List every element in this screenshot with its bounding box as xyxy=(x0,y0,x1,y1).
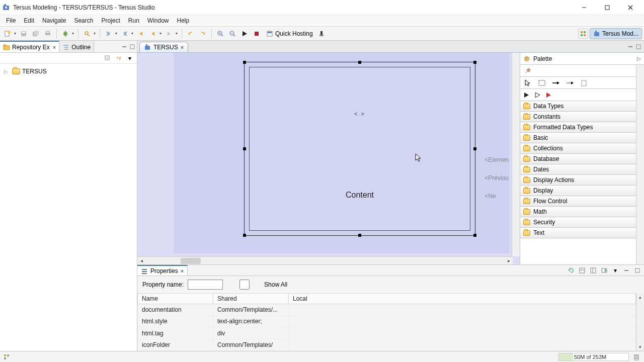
resize-handle[interactable] xyxy=(243,234,246,237)
properties-v-scrollbar[interactable]: ▴ ▾ xyxy=(636,293,644,351)
nav-forward-dropdown[interactable]: ▾ xyxy=(175,28,179,39)
maximize-view-icon[interactable] xyxy=(129,43,136,50)
zoom-in-button[interactable] xyxy=(215,28,226,39)
play-trigger-icon[interactable] xyxy=(523,92,529,98)
close-icon[interactable]: × xyxy=(181,268,184,274)
print-button[interactable] xyxy=(42,28,53,39)
show-all-checkbox[interactable]: Show All xyxy=(227,280,287,290)
scroll-left-icon[interactable]: ◂ xyxy=(137,257,145,265)
menu-window[interactable]: Window xyxy=(143,16,173,25)
nav-back-dropdown[interactable]: ▾ xyxy=(158,28,163,39)
nav-next-dropdown[interactable]: ▾ xyxy=(114,28,118,39)
scroll-right-icon[interactable]: ▸ xyxy=(505,257,513,265)
minimize-button[interactable] xyxy=(573,0,596,15)
resize-handle[interactable] xyxy=(473,147,476,150)
palette-cat-flow-control[interactable]: Flow Control xyxy=(520,196,636,207)
palette-cat-display-actions[interactable]: Display Actions xyxy=(520,174,636,186)
tab-properties[interactable]: Properties × xyxy=(137,265,188,276)
save-button[interactable] xyxy=(18,28,29,39)
menu-edit[interactable]: Edit xyxy=(20,16,38,25)
new-element-icon[interactable] xyxy=(580,78,589,87)
repository-tree[interactable]: ▷ TERSUS xyxy=(0,64,137,351)
nav-next-annotation[interactable] xyxy=(103,28,114,39)
new-button[interactable] xyxy=(2,28,13,39)
nav-prev-annotation[interactable] xyxy=(119,28,130,39)
editor-h-scrollbar[interactable]: ◂ ▸ xyxy=(137,256,513,264)
palette-cat-formatted-data-types[interactable]: Formatted Data Types xyxy=(520,122,636,133)
menu-search[interactable]: Search xyxy=(70,16,97,25)
palette-header[interactable]: Palette ▷ xyxy=(520,53,644,65)
scroll-track[interactable] xyxy=(145,257,505,265)
minimize-editor-icon[interactable] xyxy=(627,43,634,50)
select-tool-icon[interactable] xyxy=(523,78,532,87)
close-icon[interactable]: × xyxy=(53,44,56,50)
link-editor-icon[interactable] xyxy=(115,54,123,62)
scroll-thumb[interactable] xyxy=(181,258,201,264)
close-icon[interactable]: × xyxy=(181,44,184,50)
palette-cat-basic[interactable]: Basic xyxy=(520,132,636,143)
deploy-button[interactable] xyxy=(316,28,327,39)
tab-repository-explorer[interactable]: Repository Ex × xyxy=(0,41,59,52)
maximize-button[interactable] xyxy=(596,0,619,15)
debug-dropdown[interactable]: ▾ xyxy=(71,28,75,39)
palette-cat-database[interactable]: Database xyxy=(520,153,636,164)
zoom-out-button[interactable] xyxy=(227,28,238,39)
table-row[interactable]: html.styletext-align:center; xyxy=(138,316,636,327)
nav-last-edit[interactable] xyxy=(135,28,146,39)
nav-forward[interactable] xyxy=(164,28,175,39)
col-shared[interactable]: Shared xyxy=(213,294,289,304)
tab-outline[interactable]: Outline xyxy=(59,41,94,52)
menu-run[interactable]: Run xyxy=(124,16,143,25)
resize-handle[interactable] xyxy=(473,61,476,64)
minimize-view-icon[interactable] xyxy=(622,266,631,275)
palette-cat-collections[interactable]: Collections xyxy=(520,143,636,154)
palette-cat-constants[interactable]: Constants xyxy=(520,111,636,122)
tree-node-tersus[interactable]: ▷ TERSUS xyxy=(4,67,133,76)
stop-button[interactable] xyxy=(251,28,262,39)
palette-cat-display[interactable]: Display xyxy=(520,185,636,196)
maximize-view-icon[interactable] xyxy=(633,266,642,275)
table-row[interactable]: documentationCommon/Templates/... xyxy=(138,304,636,316)
play-outline-icon[interactable] xyxy=(534,92,540,98)
show-all-input[interactable] xyxy=(227,280,262,290)
save-all-button[interactable] xyxy=(30,28,41,39)
redo-button[interactable] xyxy=(197,28,208,39)
nav-prev-dropdown[interactable]: ▾ xyxy=(130,28,134,39)
gc-trash-icon[interactable] xyxy=(632,352,641,361)
chevron-right-icon[interactable]: ▷ xyxy=(637,56,641,61)
collapse-all-icon[interactable] xyxy=(104,54,112,62)
palette-cat-dates[interactable]: Dates xyxy=(520,164,636,175)
play-error-icon[interactable] xyxy=(545,92,551,98)
col-local[interactable]: Local xyxy=(289,294,636,304)
perspective-tersus-modeling[interactable]: Tersus Mod... xyxy=(590,28,642,39)
resize-handle[interactable] xyxy=(473,234,476,237)
palette-cat-security[interactable]: Security xyxy=(520,217,636,228)
search-dropdown[interactable]: ▾ xyxy=(93,28,97,39)
menu-help[interactable]: Help xyxy=(173,16,194,25)
palette-cat-math[interactable]: Math xyxy=(520,206,636,217)
resize-handle[interactable] xyxy=(243,61,246,64)
search-button[interactable] xyxy=(82,28,93,39)
scroll-up-icon[interactable]: ▴ xyxy=(636,293,644,301)
table-row[interactable]: html.tagdiv xyxy=(138,327,636,339)
pin-icon[interactable] xyxy=(523,66,532,75)
resize-handle[interactable] xyxy=(358,234,361,237)
debug-button[interactable] xyxy=(60,28,71,39)
palette-cat-text[interactable]: Text xyxy=(520,227,636,238)
close-button[interactable] xyxy=(619,0,642,15)
minimize-view-icon[interactable] xyxy=(121,43,128,50)
col-name[interactable]: Name xyxy=(138,294,213,304)
props-toolbar-icon-1[interactable] xyxy=(578,266,587,275)
heap-status[interactable]: 50M of 253M xyxy=(558,353,629,361)
view-menu-icon[interactable]: ▾ xyxy=(126,54,134,62)
editor-v-scrollbar[interactable] xyxy=(512,53,520,256)
expand-icon[interactable]: ▷ xyxy=(4,69,10,74)
flow-tool-icon[interactable] xyxy=(551,78,560,87)
palette-cat-data-types[interactable]: Data Types xyxy=(520,101,636,112)
view-menu-icon[interactable]: ▾ xyxy=(611,266,620,275)
editor-tab-tersus[interactable]: TERSUS × xyxy=(139,42,188,52)
props-toolbar-icon-2[interactable] xyxy=(589,266,598,275)
resize-handle[interactable] xyxy=(358,61,361,64)
props-toolbar-icon-3[interactable] xyxy=(600,266,609,275)
menu-navigate[interactable]: Navigate xyxy=(38,16,70,25)
